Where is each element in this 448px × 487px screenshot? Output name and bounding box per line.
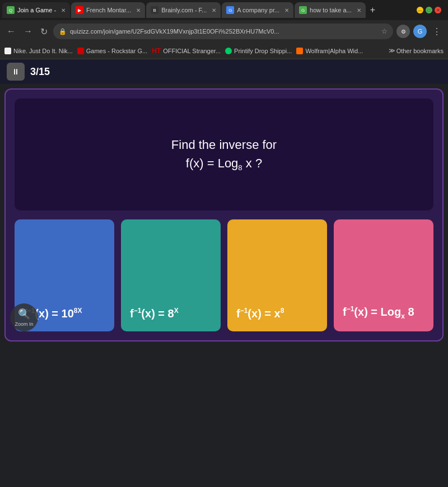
tab-howtotake-favicon: G xyxy=(299,6,307,14)
tab-bar: Q Join a Game - ✕ ▶ French Montar... ✕ B… xyxy=(0,0,448,20)
star-icon[interactable]: ☆ xyxy=(381,27,388,35)
bookmark-nike-label: Nike. Just Do It. Nik... xyxy=(13,48,73,54)
answer-option-c[interactable]: f−1(x) = x8 xyxy=(227,219,327,331)
bookmarks-more[interactable]: ≫ Other bookmarks xyxy=(389,47,444,54)
tab-quizizz-close[interactable]: ✕ xyxy=(61,7,66,13)
bookmarks-more-label: Other bookmarks xyxy=(396,48,444,54)
answer-option-b[interactable]: f−1(x) = 8X xyxy=(121,219,221,331)
tab-french-close[interactable]: ✕ xyxy=(136,7,141,13)
question-line1: Find the inverse for xyxy=(171,138,277,152)
window-controls: — □ ✕ xyxy=(417,7,446,13)
bookmark-printify[interactable]: Printify Drop Shippi... xyxy=(225,48,292,54)
close-button[interactable]: ✕ xyxy=(435,7,441,13)
zoom-label: Zoom In xyxy=(15,321,33,327)
answers-grid: f−1(x) = 108X f−1(x) = 8X f−1(x) = x8 f−… xyxy=(15,219,433,331)
address-bar-icons: ☆ xyxy=(381,27,388,35)
tab-quizizz[interactable]: Q Join a Game - ✕ xyxy=(2,2,70,18)
tab-french[interactable]: ▶ French Montar... ✕ xyxy=(71,2,145,18)
tab-company-label: A company pr... xyxy=(237,7,279,13)
bookmark-wolfram[interactable]: Wolfram|Alpha Wid... xyxy=(296,48,363,54)
extensions-icon[interactable]: ⚙ xyxy=(396,25,410,38)
minimize-button[interactable]: — xyxy=(417,7,423,13)
answer-b-text: f−1(x) = 8X xyxy=(130,307,179,320)
bookmark-games[interactable]: Games - Rockstar G... xyxy=(77,48,147,54)
question-text: Find the inverse for f(x) = Log8 x ? xyxy=(171,135,277,174)
answer-option-d[interactable]: f−1(x) = Logx 8 xyxy=(334,219,433,331)
zoom-in-button[interactable]: 🔍 Zoom In xyxy=(10,303,38,331)
question-line2: f(x) = Log8 x ? xyxy=(171,154,277,174)
url-text: quizizz.com/join/game/U2FsdGVkX19MVxnjp3… xyxy=(70,28,279,35)
profile-icon[interactable]: G xyxy=(413,25,427,38)
bookmark-nike-favicon xyxy=(4,48,11,54)
bookmarks-more-icon: ≫ xyxy=(389,47,395,54)
tab-french-label: French Montar... xyxy=(86,7,131,13)
tab-brainly-close[interactable]: ✕ xyxy=(212,7,216,13)
refresh-button[interactable]: ↻ xyxy=(38,25,50,38)
tab-howtotake-label: how to take a... xyxy=(310,7,352,13)
back-button[interactable]: ← xyxy=(4,25,18,38)
zoom-icon: 🔍 xyxy=(18,308,30,320)
tab-brainly-label: Brainly.com - F... xyxy=(161,7,207,13)
bookmark-wolfram-label: Wolfram|Alpha Wid... xyxy=(305,48,363,54)
bookmark-games-label: Games - Rockstar G... xyxy=(86,48,147,54)
answer-c-text: f−1(x) = x8 xyxy=(236,307,284,320)
tab-company-close[interactable]: ✕ xyxy=(284,7,289,13)
address-bar-row: ← → ↻ 🔒 quizizz.com/join/game/U2FsdGVkX1… xyxy=(0,20,448,43)
lock-icon: 🔒 xyxy=(59,28,67,35)
address-bar[interactable]: 🔒 quizizz.com/join/game/U2FsdGVkX19MVxnj… xyxy=(53,24,393,39)
bookmarks-bar: Nike. Just Do It. Nik... Games - Rocksta… xyxy=(0,43,448,59)
tab-brainly[interactable]: B Brainly.com - F... ✕ xyxy=(146,2,221,18)
tab-quizizz-label: Join a Game - xyxy=(17,7,56,13)
quiz-main-container: Find the inverse for f(x) = Log8 x ? f−1… xyxy=(4,88,444,341)
tab-company[interactable]: G A company pr... ✕ xyxy=(222,2,293,18)
maximize-button[interactable]: □ xyxy=(426,7,432,13)
tab-company-favicon: G xyxy=(226,6,234,14)
bookmark-ht-icon: HT xyxy=(152,47,161,55)
tab-howtotake[interactable]: G how to take a... ✕ xyxy=(295,2,366,18)
quiz-controls-bar: ⏸ 3/15 xyxy=(0,59,448,84)
chrome-menu-icon[interactable]: ⋮ xyxy=(430,25,444,38)
bookmark-ht[interactable]: HT OFFICIAL Stranger... xyxy=(152,47,221,55)
bookmark-games-favicon xyxy=(77,48,84,54)
tab-brainly-favicon: B xyxy=(151,6,158,14)
pause-icon: ⏸ xyxy=(12,67,20,76)
progress-indicator: 3/15 xyxy=(30,66,50,78)
browser-content: Find the inverse for f(x) = Log8 x ? f−1… xyxy=(0,88,448,341)
tab-howtotake-close[interactable]: ✕ xyxy=(357,7,361,13)
toolbar-icons: ⚙ G ⋮ xyxy=(396,25,444,38)
bookmark-wolfram-favicon xyxy=(296,48,303,54)
bookmark-nike[interactable]: Nike. Just Do It. Nik... xyxy=(4,48,73,54)
bookmark-ht-label: OFFICIAL Stranger... xyxy=(163,48,221,54)
question-area: Find the inverse for f(x) = Log8 x ? xyxy=(15,99,433,210)
new-tab-button[interactable]: + xyxy=(367,5,379,15)
tab-quizizz-favicon: Q xyxy=(7,6,15,14)
tab-french-favicon: ▶ xyxy=(76,6,83,14)
forward-button[interactable]: → xyxy=(21,25,35,38)
answer-d-text: f−1(x) = Logx 8 xyxy=(343,305,414,320)
bookmark-printify-label: Printify Drop Shippi... xyxy=(234,48,292,54)
bookmark-printify-favicon xyxy=(225,48,232,54)
pause-button[interactable]: ⏸ xyxy=(7,63,25,81)
